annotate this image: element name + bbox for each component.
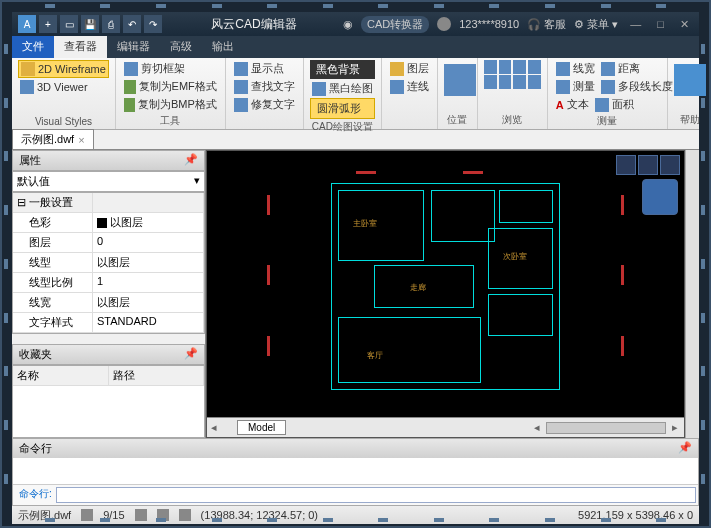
find-text-button[interactable]: 查找文字: [232, 78, 297, 95]
linewidth-icon: [556, 62, 570, 76]
properties-header[interactable]: 属性📌: [12, 150, 205, 171]
ruler-icon: [601, 62, 615, 76]
3d-viewer-button[interactable]: 3D Viewer: [18, 79, 109, 95]
clip-frame-button[interactable]: 剪切框架: [122, 60, 219, 77]
vscrollbar[interactable]: [685, 150, 699, 438]
command-history[interactable]: [13, 458, 698, 484]
pin-icon[interactable]: 📌: [184, 153, 198, 168]
edit-text-button[interactable]: 修复文字: [232, 96, 297, 113]
table-row[interactable]: 线宽以图层: [13, 293, 204, 313]
close-tab-icon[interactable]: ×: [78, 134, 84, 146]
minimize-button[interactable]: —: [626, 18, 645, 30]
canvas-tool-close[interactable]: [660, 155, 680, 175]
close-button[interactable]: ✕: [676, 18, 693, 31]
cube-icon: [20, 80, 34, 94]
file-tab[interactable]: 示例图.dwf×: [12, 129, 94, 149]
lineseg-button[interactable]: 连线: [388, 78, 431, 95]
tab-advanced[interactable]: 高级: [160, 36, 202, 58]
wireframe-icon: [21, 62, 35, 76]
scroll-left-icon[interactable]: ◂: [528, 421, 546, 434]
rotate-icon[interactable]: [499, 75, 512, 89]
line-icon: [390, 80, 404, 94]
zoom-in-icon[interactable]: [484, 60, 497, 74]
model-tab[interactable]: Model: [237, 420, 286, 435]
group-general[interactable]: ⊟ 一般设置: [13, 193, 93, 212]
layer-button[interactable]: 图层: [388, 60, 431, 77]
table-row[interactable]: 文字样式STANDARD: [13, 313, 204, 333]
area-button[interactable]: 面积: [593, 96, 636, 113]
hscrollbar[interactable]: [546, 422, 666, 434]
tab-prev-icon[interactable]: ◂: [207, 421, 221, 434]
pin-icon[interactable]: 📌: [184, 347, 198, 362]
copy-icon: [124, 80, 136, 94]
pan-icon[interactable]: [484, 75, 497, 89]
col-name: 名称: [13, 366, 109, 385]
tab-editor[interactable]: 编辑器: [107, 36, 160, 58]
measure-icon: [556, 80, 570, 94]
group-measure: 测量: [554, 113, 661, 128]
linewidth-button[interactable]: 线宽: [554, 60, 597, 77]
properties-selector[interactable]: 默认值▾: [12, 171, 205, 192]
show-points-button[interactable]: 显示点: [232, 60, 297, 77]
position-icon[interactable]: [444, 64, 476, 96]
print-icon[interactable]: ⎙: [102, 15, 120, 33]
ribbon: 2D Wireframe 3D Viewer Visual Styles 剪切框…: [12, 58, 699, 130]
tab-viewer[interactable]: 查看器: [54, 36, 107, 58]
app-title: 风云CAD编辑器: [165, 16, 343, 33]
copy-bmp-button[interactable]: 复制为BMP格式: [122, 96, 219, 113]
search-icon: [234, 80, 248, 94]
zoom-fit-icon[interactable]: [513, 60, 526, 74]
menu-link[interactable]: ⚙ 菜单 ▾: [574, 17, 618, 32]
group-position: 位置: [444, 112, 471, 127]
zoom-window-icon[interactable]: [528, 60, 541, 74]
black-bg-button[interactable]: 黑色背景: [310, 60, 375, 79]
save-icon[interactable]: 💾: [81, 15, 99, 33]
distance-button[interactable]: 距离: [599, 60, 642, 77]
pin-icon[interactable]: 📌: [678, 441, 692, 456]
properties-table: ⊟ 一般设置 色彩以图层 图层0 线型以图层 线型比例1 线宽以图层 文字样式S…: [12, 192, 205, 334]
table-row[interactable]: 图层0: [13, 233, 204, 253]
fit-icon[interactable]: [513, 75, 526, 89]
compass-icon[interactable]: [642, 179, 678, 215]
command-input[interactable]: [56, 487, 696, 503]
measure-button[interactable]: 测量: [554, 78, 597, 95]
maximize-button[interactable]: □: [653, 18, 668, 30]
group-tools: 工具: [122, 113, 219, 128]
converter-link[interactable]: CAD转换器: [361, 16, 429, 33]
command-prompt: 命令行:: [15, 487, 56, 503]
smooth-arc-button[interactable]: 圆滑弧形: [310, 98, 375, 119]
table-row[interactable]: 色彩以图层: [13, 213, 204, 233]
2d-wireframe-button[interactable]: 2D Wireframe: [18, 60, 109, 78]
tab-file[interactable]: 文件: [12, 36, 54, 58]
scroll-right-icon[interactable]: ▸: [666, 421, 684, 434]
col-path: 路径: [109, 366, 205, 385]
service-link[interactable]: 🎧 客服: [527, 17, 566, 32]
point-icon: [234, 62, 248, 76]
redo-icon[interactable]: ↷: [144, 15, 162, 33]
polylen-button[interactable]: 多段线长度: [599, 78, 675, 95]
extent-icon[interactable]: [528, 75, 541, 89]
bw-draw-button[interactable]: 黑白绘图: [310, 80, 375, 97]
layer-icon: [390, 62, 404, 76]
copy-emf-button[interactable]: 复制为EMF格式: [122, 78, 219, 95]
canvas-tool-maximize[interactable]: [638, 155, 658, 175]
undo-icon[interactable]: ↶: [123, 15, 141, 33]
area-icon: [595, 98, 609, 112]
table-row[interactable]: 线型以图层: [13, 253, 204, 273]
text-tool-button[interactable]: A 文本: [554, 96, 591, 113]
table-row[interactable]: 线型比例1: [13, 273, 204, 293]
new-icon[interactable]: +: [39, 15, 57, 33]
scissors-icon: [124, 62, 138, 76]
avatar-icon[interactable]: [437, 17, 451, 31]
copy-icon: [124, 98, 135, 112]
group-cad-settings: CAD绘图设置: [310, 119, 375, 134]
app-logo[interactable]: A: [18, 15, 36, 33]
drawing-canvas[interactable]: 主卧室 次卧室 走廊 客厅 ◂ Model ◂ ▸: [206, 150, 685, 438]
command-panel: 命令行📌 命令行:: [12, 438, 699, 506]
favorites-header[interactable]: 收藏夹📌: [12, 344, 205, 365]
open-icon[interactable]: ▭: [60, 15, 78, 33]
tab-output[interactable]: 输出: [202, 36, 244, 58]
zoom-out-icon[interactable]: [499, 60, 512, 74]
group-browse: 浏览: [484, 112, 541, 127]
menubar: 文件 查看器 编辑器 高级 输出: [12, 36, 699, 58]
